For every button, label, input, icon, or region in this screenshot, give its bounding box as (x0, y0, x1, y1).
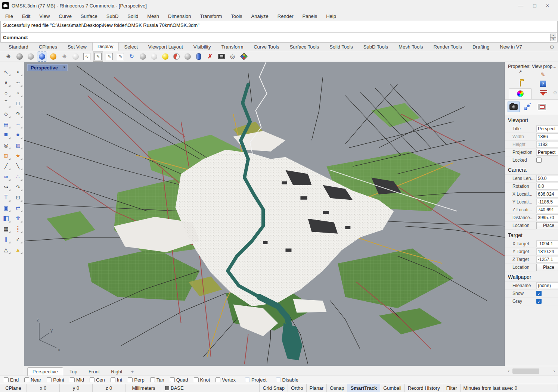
rendered-display-icon[interactable] (37, 52, 47, 61)
frame-mode-button[interactable] (536, 102, 548, 112)
tab-standard[interactable]: Standard (4, 43, 33, 51)
torus-tool-icon[interactable]: ◎ (1, 140, 11, 150)
osnap-end[interactable]: End (4, 377, 19, 383)
tab-surface-tools[interactable]: Surface Tools (285, 43, 324, 51)
shaded-display-icon[interactable] (15, 52, 24, 61)
tab-set-view[interactable]: Set View (63, 43, 92, 51)
tab-mesh-tools[interactable]: Mesh Tools (394, 43, 428, 51)
sphere-tool-icon[interactable]: ● (13, 130, 23, 139)
color-cube-display-icon[interactable] (239, 52, 248, 61)
point-cloud-tool-icon[interactable]: ∴ (13, 172, 23, 181)
handle-curve-tool-icon[interactable]: ↷ (13, 109, 23, 118)
status-grid-snap[interactable]: Grid Snap (260, 384, 288, 392)
z-target-field[interactable]: -1257.1 (536, 256, 558, 263)
menu-mesh[interactable]: Mesh (147, 13, 159, 19)
tab-drafting[interactable]: Drafting (468, 43, 495, 51)
viewport-title-dropdown[interactable]: Perspective ▼ (27, 64, 68, 71)
trim-tool-icon[interactable]: ╱ (1, 161, 11, 171)
polyline-tool-icon[interactable]: ∧ (1, 78, 11, 87)
polygon-tool-icon[interactable]: ◇ (1, 109, 11, 118)
viewport-tab-top[interactable]: Top (65, 368, 82, 376)
ellipse-tool-icon[interactable]: ○ (13, 88, 23, 97)
menu-render[interactable]: Render (278, 13, 294, 19)
viewport-tab-perspective[interactable]: Perspective (27, 367, 63, 376)
vertex-checkbox[interactable] (216, 377, 220, 382)
offset-tool-icon[interactable]: ∥ (1, 234, 11, 244)
surface-tool-icon[interactable]: ▤ (1, 119, 11, 129)
tab-options-gear-icon[interactable]: ⚙ (549, 44, 554, 51)
tab-new-in-v7[interactable]: New in V7 (495, 43, 527, 51)
patch-tool-icon[interactable]: ▨ (13, 140, 23, 150)
fullscreen-display-icon[interactable] (217, 52, 226, 61)
layers-tab[interactable] (532, 90, 554, 98)
wallpaper-filename-field[interactable]: (none) (536, 282, 558, 289)
y-target-field[interactable]: 1810.24 (536, 248, 558, 255)
menu-analyze[interactable]: Analyze (251, 13, 269, 19)
osnap-point[interactable]: Point (47, 377, 64, 383)
add-viewport-icon[interactable]: + (129, 368, 136, 376)
menu-curve[interactable]: Curve (59, 13, 72, 19)
menu-panels[interactable]: Panels (302, 13, 317, 19)
cylinder-display-icon[interactable] (194, 52, 204, 61)
tab-display[interactable]: Display (92, 42, 119, 51)
cen-checkbox[interactable] (90, 377, 94, 382)
array-tool-icon[interactable]: ▦ (1, 224, 11, 233)
title-field[interactable]: Perspect (536, 125, 558, 132)
display-properties-tab[interactable] (509, 88, 532, 99)
open-folder-icon[interactable] (520, 81, 521, 87)
perspective-viewport[interactable]: z y x Perspectiv (24, 62, 505, 366)
menu-dimension[interactable]: Dimension (168, 13, 191, 19)
wire-pair-display-icon[interactable]: ◎ (228, 52, 237, 61)
spinner-down-icon[interactable]: ▾ (550, 37, 556, 41)
ghosted-display-icon[interactable]: ⊕ (60, 52, 69, 61)
menu-transform[interactable]: Transform (200, 13, 222, 19)
menu-solid[interactable]: Solid (127, 13, 138, 19)
blend-tool-icon[interactable]: ∞ (1, 172, 11, 181)
osnap-tan[interactable]: Tan (150, 377, 164, 383)
yellow-display-icon[interactable] (161, 52, 170, 61)
width-field[interactable]: 1886 (536, 133, 558, 140)
end-checkbox[interactable] (4, 377, 9, 382)
osnap-perp[interactable]: Perp (128, 377, 144, 383)
monochrome-display-icon[interactable] (149, 52, 159, 61)
curve-tool-icon[interactable]: ∼ (13, 78, 23, 87)
y-location-field[interactable]: -1186.5 (536, 199, 558, 205)
disable-display-icon[interactable]: ✗ (205, 52, 215, 61)
projection-field[interactable]: Perspect (536, 149, 558, 156)
check-tool-icon[interactable]: ✓ (13, 234, 23, 244)
raytraced-display-icon[interactable] (49, 52, 58, 61)
rectangle-tool-icon[interactable]: □ (13, 99, 23, 108)
help-icon[interactable] (540, 81, 546, 87)
menu-help[interactable]: Help (326, 13, 336, 19)
axis-target-display-icon[interactable] (172, 52, 181, 61)
pen-lines-display-icon[interactable]: ✎ (116, 52, 125, 61)
pointer-tool-icon[interactable]: ↖ (1, 67, 11, 77)
scrollbar-thumb[interactable] (512, 368, 539, 374)
status-filter[interactable]: Filter (443, 384, 461, 392)
arc-tool-icon[interactable]: ⌒ (1, 99, 11, 108)
scroll-right-icon[interactable]: › (551, 368, 557, 374)
split-tool-icon[interactable]: ╲ (13, 161, 23, 171)
shaded-gray-display-icon[interactable] (26, 52, 35, 61)
gray-checkbox[interactable]: ✓ (536, 299, 542, 304)
status-record-history[interactable]: Record History (405, 384, 443, 392)
material-pencil-icon[interactable]: ✎ (540, 71, 545, 78)
osnap-quad[interactable]: Quad (170, 377, 188, 383)
mirror-tool-icon[interactable]: ⇄ (13, 203, 23, 212)
status-cplane[interactable]: CPlane (0, 384, 27, 392)
pen-display-icon[interactable]: ✎ (93, 52, 103, 61)
rotation-field[interactable]: 0.0 (536, 183, 558, 190)
x-location-field[interactable]: 636.024 (536, 191, 558, 197)
rotate-view-icon[interactable]: ↻ (127, 52, 136, 61)
copy-tool-icon[interactable]: ▣ (1, 203, 11, 212)
extrude-tool-icon[interactable]: ⇈ (13, 214, 23, 223)
text-tool-icon[interactable]: T (1, 193, 11, 202)
status-planar[interactable]: Planar (307, 384, 327, 392)
scroll-left-icon[interactable]: ‹ (506, 368, 512, 374)
tab-select[interactable]: Select (120, 43, 143, 51)
disable-checkbox[interactable] (276, 377, 281, 382)
status-ortho[interactable]: Ortho (288, 384, 307, 392)
status-current-layer[interactable]: BASE (162, 384, 260, 392)
minimize-icon[interactable]: — (518, 3, 523, 9)
tab-solid-tools[interactable]: Solid Tools (325, 43, 358, 51)
